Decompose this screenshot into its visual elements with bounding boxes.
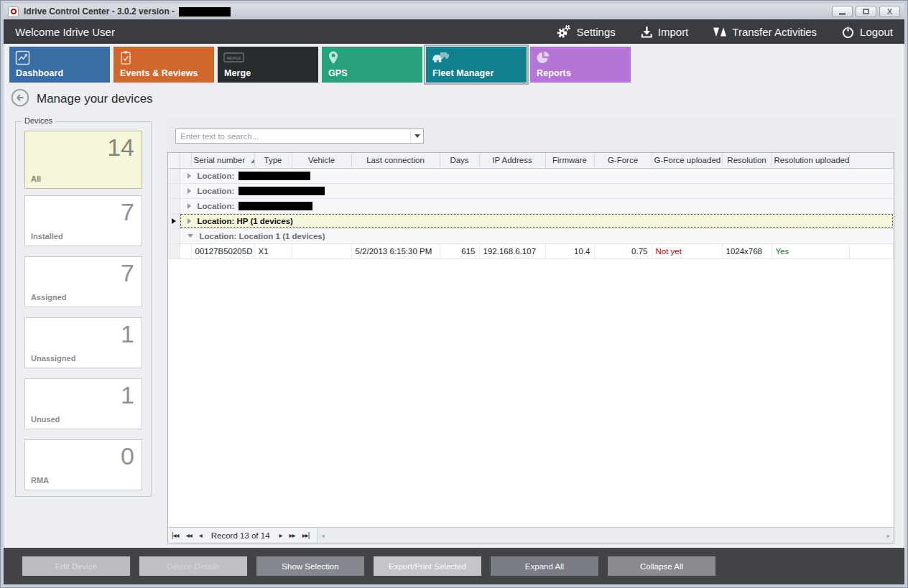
device-card-unused[interactable]: 1 Unused [24,378,142,429]
device-count: 14 [107,134,134,161]
cell-type: X1 [254,243,292,258]
transfer-arrows-icon [713,25,727,39]
tab-merge[interactable]: MERGE Merge [218,47,318,83]
close-button[interactable]: X [879,6,900,17]
cell-ip-address: 192.168.6.107 [479,243,545,258]
device-count: 1 [121,321,134,347]
expand-icon[interactable] [187,173,191,179]
grid-empty-area [168,259,894,528]
cell-last-connection: 5/2/2013 6:15:30 PM [351,243,440,258]
sort-ascending-icon [251,159,254,163]
col-g-force[interactable]: G-Force [594,153,652,168]
col-serial-number[interactable]: Serial number [191,153,254,168]
cell-serial-number: 00127B50205D [191,243,254,258]
device-row[interactable]: 00127B50205D X1 5/2/2013 6:15:30 PM 615 … [168,243,894,258]
redaction-bar [238,172,310,180]
expand-all-button[interactable]: Expand All [491,556,598,576]
device-card-unassigned[interactable]: 1 Unassigned [24,317,142,368]
devices-panel-title: Devices [22,116,55,125]
edit-device-button[interactable]: Edit Device [22,556,130,576]
action-button-bar: Edit Device Device Details Show Selectio… [4,548,904,584]
col-ip-address[interactable]: IP Address [479,153,545,168]
line-chart-icon [15,50,30,68]
export-print-selected-button[interactable]: Export/Print Selected [374,556,481,576]
device-card-label: Unassigned [31,354,75,363]
chevron-down-icon [414,134,420,138]
horizontal-scrollbar[interactable]: ◂ ▸ [317,528,894,543]
device-count: 1 [121,382,134,409]
top-nav-bar: Welcome Idrive User Settings [4,19,904,44]
welcome-text: Welcome Idrive User [15,26,115,38]
grid-search-combo [175,129,424,144]
grid-header-row: Serial number Type Vehicle Last connecti… [168,153,894,168]
search-dropdown-button[interactable] [410,129,423,143]
collapse-all-button[interactable]: Collapse All [608,556,715,576]
group-row-location-hp[interactable]: Location: HP (1 devices) [168,213,894,228]
tab-fleet-manager[interactable]: Fleet Manager [426,47,527,83]
collapse-icon[interactable] [187,234,193,238]
device-card-label: Assigned [31,293,67,302]
search-input[interactable] [176,132,410,141]
show-selection-button[interactable]: Show Selection [256,556,364,576]
group-row-location-1[interactable]: Location: [168,168,894,183]
col-resolution-uploaded[interactable]: Resolution uploaded [772,153,849,168]
window-title: Idrive Control Center - 3.0.2 version - [24,6,175,17]
cell-filler [849,243,894,258]
scroll-left-icon[interactable]: ◂ [321,532,325,539]
expand-icon[interactable] [187,188,191,194]
redaction-bar [238,202,312,210]
app-logo-icon [8,6,19,17]
last-record-button[interactable]: ▸▸| [299,532,313,539]
col-firmware[interactable]: Firmware [545,153,594,168]
settings-button[interactable]: Settings [556,24,616,39]
clipboard-check-icon [119,50,132,68]
col-g-force-uploaded[interactable]: G-Force uploaded [652,153,722,168]
device-card-assigned[interactable]: 7 Assigned [24,256,142,307]
svg-text:MERGE: MERGE [226,56,241,60]
col-resolution[interactable]: Resolution [722,153,772,168]
expand-icon[interactable] [187,218,191,224]
col-days[interactable]: Days [440,153,479,168]
device-card-installed[interactable]: 7 Installed [24,195,142,246]
transfer-activities-button[interactable]: Transfer Activities [713,25,817,39]
back-button[interactable] [11,88,29,110]
merge-box-icon: MERGE [223,50,245,67]
device-count: 7 [121,199,134,225]
col-last-connection[interactable]: Last connection [351,153,440,168]
scroll-right-icon[interactable]: ▸ [886,532,890,539]
prev-record-button[interactable]: ◂ [195,532,205,539]
expand-icon[interactable] [187,203,191,209]
cell-vehicle [292,243,351,258]
col-type[interactable]: Type [254,153,292,168]
redaction-bar [238,187,325,195]
next-page-button[interactable]: ▸▸ [286,532,299,539]
maximize-button[interactable] [856,6,876,17]
tab-reports[interactable]: Reports [530,47,631,83]
device-details-button[interactable]: Device Details [139,556,247,576]
tab-dashboard[interactable]: Dashboard [9,47,110,83]
cell-g-force-uploaded: Not yet [652,243,722,258]
page-title: Manage your devices [37,92,153,106]
tab-events-reviews[interactable]: Events & Reviews [114,47,214,83]
device-card-label: Installed [31,232,63,241]
col-filler [849,153,894,168]
device-count: 0 [121,443,134,470]
device-card-rma[interactable]: 0 RMA [24,439,142,490]
minimize-button[interactable] [832,6,853,17]
col-vehicle[interactable]: Vehicle [292,153,351,168]
row-indicator [168,168,180,183]
import-button[interactable]: Import [640,25,689,39]
first-record-button[interactable]: |◂◂ [168,532,182,539]
group-row-location-2[interactable]: Location: [168,183,894,198]
group-row-location-location1[interactable]: Location: Location 1 (1 devices) [168,228,894,243]
tab-gps[interactable]: GPS [322,47,422,83]
prev-page-button[interactable]: ◂◂ [182,532,195,539]
logout-button[interactable]: Logout [841,25,893,39]
group-row-location-3[interactable]: Location: [168,198,894,213]
device-count: 7 [121,260,134,286]
device-card-all[interactable]: 14 All [24,131,142,189]
row-indicator [168,183,180,198]
row-indicator [168,228,180,243]
next-record-button[interactable]: ▸ [276,532,286,539]
row-indicator [168,213,180,228]
